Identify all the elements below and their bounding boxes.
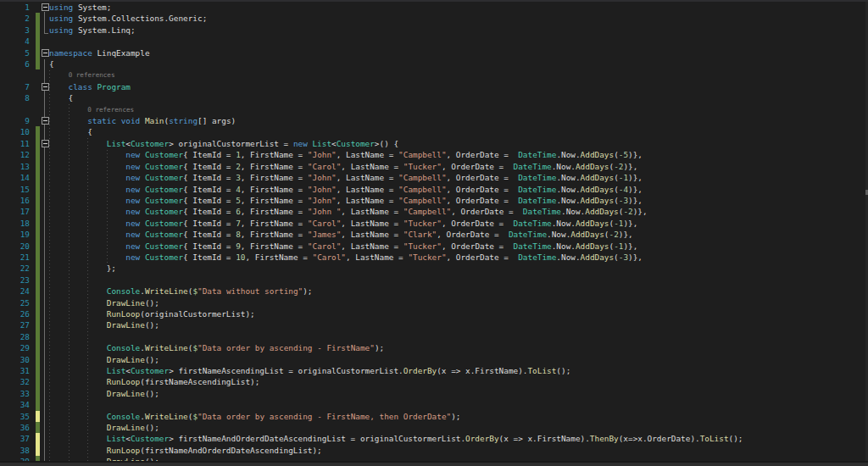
code-line[interactable]: 33 DrawLine(); [0,388,868,399]
code-line[interactable]: 14 new Customer{ ItemId = 3, FirstName =… [0,172,868,183]
line-number[interactable]: 19 [0,229,30,240]
line-number[interactable]: 34 [0,399,30,410]
code-token: Customer [145,162,183,171]
code-token: LinqExample [92,48,150,58]
code-line[interactable]: 3using System.Linq; [0,25,868,36]
code-line[interactable]: 28 [0,331,868,342]
code-text: Console.WriteLine($"Data order by ascend… [49,342,384,353]
line-number[interactable]: 38 [0,445,30,456]
code-line[interactable]: 30 DrawLine(); [0,354,868,365]
code-line[interactable]: 8 { [0,92,868,103]
change-tracking-bar [36,241,40,252]
code-line[interactable]: 36 DrawLine(); [0,422,868,433]
line-number[interactable]: 7 [0,81,30,92]
line-number[interactable]: 24 [0,286,30,297]
collapse-region-icon[interactable] [42,49,49,57]
code-line[interactable]: 29 Console.WriteLine($"Data order by asc… [0,342,868,353]
code-text: new Customer{ ItemId = 4, FirstName = "J… [49,184,643,195]
line-number[interactable]: 13 [0,161,30,172]
line-number[interactable]: 14 [0,172,30,183]
line-number[interactable]: 26 [0,308,30,319]
fold-margin [41,69,49,80]
code-text: new Customer{ ItemId = 5, FirstName = "J… [49,195,643,206]
code-token: (); [556,366,570,375]
code-token: -3 [619,252,628,262]
horizontal-scrollbar[interactable] [0,461,868,466]
code-line[interactable]: 19 new Customer{ ItemId = 8, FirstName =… [0,229,868,240]
code-line[interactable]: 20 new Customer{ ItemId = 9, FirstName =… [0,241,868,252]
collapse-region-icon[interactable] [42,117,49,125]
line-number[interactable]: 8 [0,92,30,103]
line-number[interactable]: 11 [0,138,30,149]
code-line[interactable]: 13 new Customer{ ItemId = 2, FirstName =… [0,161,868,172]
line-number[interactable]: 27 [0,319,30,330]
line-number[interactable]: 12 [0,149,30,160]
code-line[interactable]: 15 new Customer{ ItemId = 4, FirstName =… [0,184,868,195]
code-line[interactable]: 22 }; [0,263,868,274]
line-number[interactable]: 30 [0,354,30,365]
code-line[interactable]: 31 List<Customer> firstNameAscendingList… [0,365,868,376]
line-number[interactable]: 23 [0,275,30,286]
line-number[interactable]: 10 [0,126,30,137]
line-number[interactable]: 35 [0,411,30,422]
code-token: RunLoop [107,377,141,386]
line-number[interactable]: 31 [0,365,30,376]
code-token: -1 [619,173,628,182]
code-line[interactable]: 11 List<Customer> originalCustormerList … [0,138,868,149]
code-line[interactable]: 34 [0,399,868,410]
line-number [0,104,30,115]
code-line[interactable]: 1using System; [0,2,868,13]
collapse-region-icon[interactable] [42,83,49,91]
code-line[interactable]: 10 { [0,126,868,137]
code-line[interactable]: 35 Console.WriteLine($"Data order by asc… [0,411,868,422]
line-number[interactable]: 20 [0,241,30,252]
code-token: )}, [628,173,643,182]
line-number[interactable]: 3 [0,25,30,36]
collapse-region-icon[interactable] [42,140,49,147]
code-line[interactable]: 38 RunLoop(firstNameAndOrderdDateAscendi… [0,445,868,456]
code-line[interactable]: 16 new Customer{ ItemId = 5, FirstName =… [0,195,868,206]
code-line[interactable]: 6{ [0,58,868,69]
line-number[interactable]: 17 [0,206,30,217]
line-number[interactable]: 15 [0,184,30,195]
line-number[interactable]: 2 [0,13,30,24]
code-line[interactable]: 26 RunLoop(originalCustormerList); [0,308,868,319]
code-line[interactable]: 2using System.Collections.Generic; [0,13,868,24]
line-number[interactable]: 16 [0,195,30,206]
code-line[interactable]: 32 RunLoop(firstNameAscendingList); [0,376,868,387]
code-token: "Carol" [308,241,342,251]
code-token: -4 [619,185,628,194]
line-number[interactable]: 4 [0,36,30,47]
line-number[interactable]: 29 [0,342,30,353]
code-line[interactable]: 24 Console.WriteLine($"Data without sort… [0,286,868,297]
line-number[interactable]: 5 [0,47,30,58]
fold-margin [41,126,49,137]
line-number[interactable]: 36 [0,422,30,433]
collapse-region-icon[interactable] [42,3,49,11]
code-line[interactable]: 21 new Customer{ ItemId = 10, FirstName … [0,252,868,263]
line-number[interactable]: 22 [0,263,30,274]
code-line[interactable]: 18 new Customer{ ItemId = 7, FirstName =… [0,218,868,229]
code-line[interactable]: 5namespace LinqExample [0,47,868,58]
code-line[interactable]: 7 class Program [0,81,868,92]
code-token: "Campbell" [398,196,446,205]
line-number[interactable]: 21 [0,252,30,263]
line-number[interactable]: 25 [0,297,30,308]
line-number[interactable]: 18 [0,218,30,229]
line-number[interactable]: 9 [0,115,30,126]
line-number[interactable]: 6 [0,58,30,69]
code-line[interactable]: 9 static void Main(string[] args) [0,115,868,126]
line-number[interactable]: 1 [0,2,30,13]
line-number[interactable]: 32 [0,376,30,387]
code-line[interactable]: 4 [0,36,868,47]
line-number[interactable]: 33 [0,388,30,399]
code-line[interactable]: 12 new Customer{ ItemId = 1, FirstName =… [0,149,868,160]
code-token: DrawLine [107,355,145,364]
line-number[interactable]: 37 [0,433,30,444]
code-line[interactable]: 37 List<Customer> firstNameAndOrderdDate… [0,433,868,444]
line-number[interactable]: 28 [0,331,30,342]
code-line[interactable]: 25 DrawLine(); [0,297,868,308]
code-line[interactable]: 17 new Customer{ ItemId = 6, FirstName =… [0,206,868,217]
code-line[interactable]: 23 [0,275,868,286]
code-line[interactable]: 27 DrawLine(); [0,319,868,330]
